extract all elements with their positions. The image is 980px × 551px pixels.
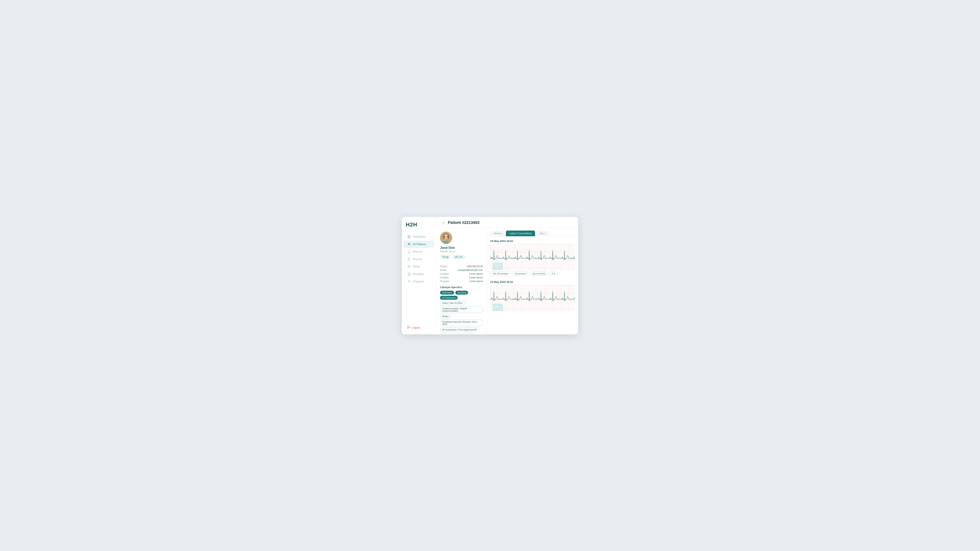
billing-icon: [407, 265, 411, 268]
list-icon: [407, 280, 411, 283]
tab-1[interactable]: Tab 1: [536, 230, 549, 236]
lifestyle-tag: Stroke: [440, 314, 451, 319]
lifestyle-tag: Peripheral Vascular Disease: Feb 1 2024: [440, 320, 483, 326]
ecg-scrollable[interactable]: 24 May 2024 16:01 Vel: 25 mm/sec 10 mm/m…: [487, 237, 578, 334]
lifestyle-tag: Sedentary: [440, 291, 454, 295]
sidebar-item-dashboard[interactable]: Dashboard: [403, 233, 434, 240]
lifestyle-section: Lifestyle Specifics SedentarySmoking20 P…: [440, 286, 483, 334]
sidebar-item-hospitals-label: Hospitals: [413, 273, 424, 275]
user-icon: [407, 243, 411, 246]
program-row: Program: Lorem Ipsum: [440, 280, 483, 283]
height-badge: 167 cm: [452, 255, 465, 259]
location-value: Lorem Ipsum: [469, 273, 483, 275]
patient-id: Patient #2213453: [448, 220, 479, 225]
main-panel: Patient #2213453: [436, 217, 578, 334]
svg-rect-0: [408, 235, 409, 237]
sidebar-item-reports[interactable]: Reports: [403, 256, 434, 263]
patient-header: Patient #2213453: [436, 217, 578, 228]
ecg-10mm2-btn[interactable]: 10,0 mm/mV: [530, 272, 547, 276]
grid-icon: [407, 235, 411, 238]
svg-rect-9: [408, 266, 410, 268]
location-row: Location: Lorem Ipsum: [440, 273, 483, 275]
phone-label: Phone:: [440, 265, 447, 268]
svg-point-19: [443, 236, 445, 239]
ecg-f5-btn[interactable]: F 5: [549, 272, 558, 276]
phone-value: +000 000 00 00: [466, 265, 483, 268]
ecg-chart-2: [490, 285, 575, 311]
ecg-timestamp-2: 23 May 2024 16:01: [490, 281, 575, 283]
weight-badge: 54 kg: [440, 255, 451, 259]
ecg-10mm-btn[interactable]: 10 mm/mV: [512, 272, 528, 276]
phone-row: Phone: +000 000 00 00: [440, 265, 483, 268]
logout-button[interactable]: Logout: [403, 324, 434, 331]
ecg-canvas-1: [490, 244, 575, 270]
sidebar-item-billing-label: Billing: [413, 265, 420, 268]
ecg-entry-1: 24 May 2024 16:01 Vel: 25 mm/sec 10 mm/m…: [490, 240, 575, 276]
svg-rect-1: [409, 235, 410, 237]
ecg-canvas-2: [490, 285, 575, 311]
file-icon: [407, 257, 411, 261]
sidebar-item-reports-label: Reports: [413, 257, 422, 260]
logout-label: Logout: [412, 326, 420, 329]
sidebar-item-all-patients[interactable]: All Patients: [403, 241, 434, 248]
tabs-row: History Latest Transmitions Tab 1: [487, 228, 578, 237]
ecg-vel-btn[interactable]: Vel: 25 mm/sec: [490, 272, 511, 276]
lifestyle-tag: 20 Packyears: [440, 296, 458, 300]
email-row: Email: example@example.com: [440, 269, 483, 272]
tags-container: SedentarySmoking20 PackyearsInfarct: Sep…: [440, 291, 483, 334]
hospital-icon: [407, 272, 411, 276]
lifestyle-tag: Cardiomyopathy: Dilated cardiomyopathy: [440, 306, 483, 313]
svg-rect-2: [408, 237, 409, 238]
program-value: Lorem Ipsum: [469, 280, 483, 283]
sidebar-item-hospitals[interactable]: Hospitals: [403, 270, 434, 278]
ecg-timestamp-1: 24 May 2024 16:01: [490, 240, 575, 243]
email-value: example@example.com: [458, 269, 483, 272]
svg-point-4: [409, 243, 410, 244]
location-label: Location:: [440, 273, 450, 275]
device-icon: [407, 250, 411, 254]
sidebar-item-devices-label: Devices: [413, 250, 422, 253]
content-area: Jane Doe Female, 40 y.o 54 kg 167 cm Pho…: [436, 228, 578, 334]
patient-gender-age: Female, 40 y.o: [440, 250, 455, 253]
sidebar: H2H Dashboard: [402, 217, 436, 334]
app-container: H2H Dashboard: [402, 217, 578, 334]
ecg-controls-1: Vel: 25 mm/sec 10 mm/mV 10,0 mm/mV F 5: [490, 272, 575, 276]
back-button[interactable]: [441, 221, 446, 224]
ecg-highlight-1: [493, 263, 503, 270]
stats-row: 54 kg 167 cm: [440, 255, 465, 259]
ecg-chart-1: [490, 244, 575, 270]
sidebar-item-programs[interactable]: Programs: [403, 278, 434, 285]
hospital-value: Lorem Ipsum: [469, 276, 483, 279]
lifestyle-tag: Infarct: Sep 15 2024: [440, 301, 465, 305]
hospital-label: Hospital:: [440, 276, 449, 279]
ecg-highlight-2: [493, 304, 503, 311]
svg-point-23: [447, 236, 447, 237]
logout-icon: [407, 326, 410, 329]
lifestyle-tag: COPD: [462, 333, 473, 334]
patient-info-grid: Phone: +000 000 00 00 Email: example@exa…: [440, 265, 483, 283]
app-logo: H2H: [402, 222, 436, 233]
sidebar-item-all-patients-label: All Patients: [413, 243, 426, 246]
svg-point-20: [447, 236, 449, 239]
email-label: Email:: [440, 269, 447, 272]
sidebar-nav: Dashboard All Patients: [402, 233, 436, 324]
tab-history[interactable]: History: [490, 230, 505, 236]
lifestyle-title: Lifestyle Specifics: [440, 286, 483, 289]
ecg-entry-2: 23 May 2024 16:01: [490, 281, 575, 311]
tab-latest[interactable]: Latest Transmitions: [506, 230, 535, 236]
sidebar-item-billing[interactable]: Billing: [403, 263, 434, 270]
patient-name: Jane Doe: [440, 246, 455, 250]
svg-rect-3: [409, 237, 410, 238]
sidebar-item-programs-label: Programs: [413, 280, 424, 283]
sidebar-item-devices[interactable]: Devices: [403, 248, 434, 255]
ecg-panel: History Latest Transmitions Tab 1 24 May…: [487, 228, 578, 334]
avatar: [440, 232, 452, 244]
sidebar-item-dashboard-label: Dashboard: [413, 235, 426, 238]
lifestyle-tag: Type 2 Diabetes: [440, 333, 461, 334]
lifestyle-tag: AF at inclusion: First diagnosed AF: [440, 327, 479, 332]
svg-point-22: [445, 236, 445, 237]
patient-info-panel: Jane Doe Female, 40 y.o 54 kg 167 cm Pho…: [436, 228, 487, 334]
avatar-section: Jane Doe Female, 40 y.o 54 kg 167 cm: [440, 232, 483, 262]
lifestyle-tag: Smoking: [455, 291, 468, 295]
hospital-row: Hospital: Lorem Ipsum: [440, 276, 483, 279]
